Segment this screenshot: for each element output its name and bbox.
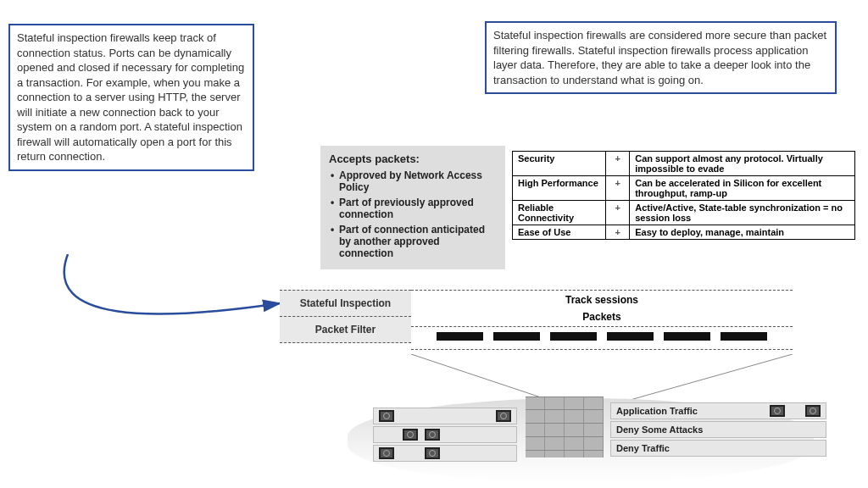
chip-icon bbox=[379, 447, 394, 459]
plus-icon: + bbox=[606, 176, 630, 201]
feature-name: Ease of Use bbox=[513, 225, 606, 240]
accepts-packets-box: Accepts packets: Approved by Network Acc… bbox=[320, 146, 505, 269]
track-box: Track sessions Packets bbox=[411, 290, 793, 350]
list-item: Deny Some Attacks bbox=[610, 421, 826, 438]
feature-table: Security + Can support almost any protoc… bbox=[512, 151, 855, 240]
funnel-lines bbox=[398, 354, 805, 401]
table-row: Security + Can support almost any protoc… bbox=[513, 152, 855, 176]
chip-icon bbox=[770, 405, 785, 417]
packet-icon bbox=[721, 332, 767, 341]
list-item: Application Traffic bbox=[610, 402, 826, 419]
feature-desc: Active/Active, State-table synchronizati… bbox=[630, 201, 855, 225]
accepts-title: Accepts packets: bbox=[329, 152, 497, 165]
accepts-item: Part of connection anticipated by anothe… bbox=[331, 222, 497, 261]
chip-icon bbox=[403, 429, 418, 441]
rule-label: Deny Some Attacks bbox=[616, 424, 703, 435]
callout-right: Stateful inspection firewalls are consid… bbox=[485, 21, 837, 94]
plus-icon: + bbox=[606, 201, 630, 225]
layer-packetfilter: Packet Filter bbox=[280, 316, 411, 343]
packets-label: Packets bbox=[411, 309, 793, 326]
svg-line-1 bbox=[627, 354, 793, 401]
table-row: Ease of Use + Easy to deploy, manage, ma… bbox=[513, 225, 855, 240]
packet-stack-right: Application Traffic Deny Some Attacks De… bbox=[610, 402, 826, 457]
list-item bbox=[373, 408, 517, 424]
list-item: Deny Traffic bbox=[610, 440, 826, 457]
list-item bbox=[373, 445, 517, 462]
feature-name: Security bbox=[513, 152, 606, 176]
track-sessions-label: Track sessions bbox=[411, 290, 793, 309]
firewall-icon bbox=[526, 396, 604, 458]
packet-stack-left bbox=[373, 408, 517, 462]
layer-stack-left: Stateful Inspection Packet Filter bbox=[280, 290, 411, 342]
accepts-item: Part of previously approved connection bbox=[331, 195, 497, 222]
packet-icon bbox=[550, 332, 597, 341]
packet-icon bbox=[607, 332, 654, 341]
packet-icon bbox=[493, 332, 540, 341]
plus-icon: + bbox=[606, 225, 630, 240]
svg-line-0 bbox=[411, 354, 551, 401]
callout-left: Stateful inspection firewalls keep track… bbox=[8, 24, 254, 171]
table-row: High Performance + Can be accelerated in… bbox=[513, 176, 855, 201]
feature-desc: Can support almost any protocol. Virtual… bbox=[630, 152, 855, 176]
chip-icon bbox=[425, 447, 440, 459]
table-row: Reliable Connectivity + Active/Active, S… bbox=[513, 201, 855, 225]
accepts-item: Approved by Network Access Policy bbox=[331, 168, 497, 195]
feature-name: High Performance bbox=[513, 176, 606, 201]
packet-icon bbox=[437, 332, 483, 341]
chip-icon bbox=[379, 410, 394, 422]
packet-icon bbox=[664, 332, 710, 341]
chip-icon bbox=[805, 405, 821, 417]
chip-icon bbox=[496, 410, 511, 422]
arrow-connector bbox=[34, 254, 288, 356]
feature-name: Reliable Connectivity bbox=[513, 201, 606, 225]
rule-label: Application Traffic bbox=[616, 406, 698, 416]
list-item bbox=[373, 426, 517, 443]
chip-icon bbox=[425, 429, 440, 441]
rule-label: Deny Traffic bbox=[616, 443, 670, 453]
packet-bar-row bbox=[411, 326, 793, 350]
plus-icon: + bbox=[606, 152, 630, 176]
feature-desc: Easy to deploy, manage, maintain bbox=[630, 225, 855, 240]
layer-stateful: Stateful Inspection bbox=[280, 290, 411, 317]
feature-desc: Can be accelerated in Silicon for excell… bbox=[630, 176, 855, 201]
